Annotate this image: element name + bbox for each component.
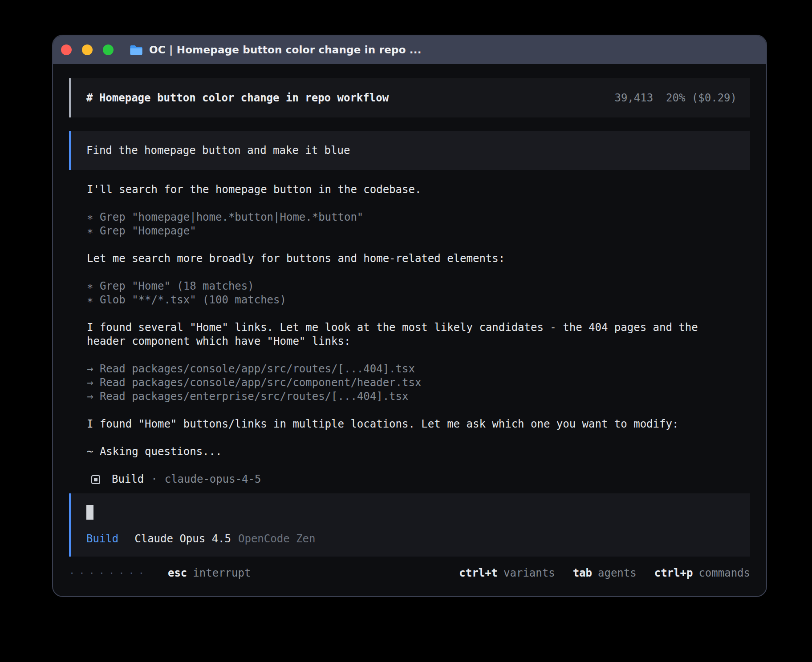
model-label: Claude Opus 4.5 <box>134 532 231 546</box>
conversation: I'll search for the homepage button in t… <box>69 183 750 486</box>
assistant-text: I'll search for the homepage button in t… <box>87 183 723 197</box>
hint-variants: ctrl+t variants <box>459 566 555 580</box>
model-status-line: Build Claude Opus 4.5 OpenCode Zen <box>86 532 735 546</box>
session-title: # Homepage button color change in repo w… <box>86 92 389 104</box>
assistant-paragraph: I found several "Home" links. Let me loo… <box>87 321 750 348</box>
assistant-paragraph: I'll search for the homepage button in t… <box>87 183 750 197</box>
tab-key-label: tab <box>573 566 592 580</box>
tool-call-grep: ∗ Grep "Home" (18 matches) <box>87 279 750 293</box>
tool-call-group: ∗ Grep "homepage|home.*button|Home.*butt… <box>87 210 750 238</box>
terminal-window: OC | Homepage button color change in rep… <box>52 35 767 597</box>
agent-name: Build <box>112 472 144 486</box>
agents-label: agents <box>598 566 637 580</box>
agent-model: claude-opus-4-5 <box>165 472 261 486</box>
commands-label: commands <box>698 566 750 580</box>
tool-call-grep: ∗ Grep "homepage|home.*button|Home.*butt… <box>87 210 750 224</box>
ctrl-p-key-label: ctrl+p <box>654 566 693 580</box>
status-paragraph: ~ Asking questions... <box>87 445 750 459</box>
status-bar-left: ········ esc interrupt <box>69 566 251 580</box>
ctrl-t-key-label: ctrl+t <box>459 566 498 580</box>
window-title: OC | Homepage button color change in rep… <box>149 44 422 56</box>
agent-build-icon <box>91 475 100 484</box>
status-bar: ········ esc interrupt ctrl+t variants t… <box>69 566 750 580</box>
window-controls <box>61 44 114 55</box>
user-message: Find the homepage button and make it blu… <box>69 131 750 170</box>
tool-call-read: → Read packages/console/app/src/componen… <box>87 376 750 390</box>
hint-interrupt: esc interrupt <box>168 566 251 580</box>
session-stats: 39,413 20% ($0.29) <box>614 92 737 104</box>
spinner-dots: ········ <box>69 566 148 580</box>
titlebar[interactable]: OC | Homepage button color change in rep… <box>53 36 766 64</box>
agent-separator: · <box>151 472 157 486</box>
zoom-button[interactable] <box>103 44 114 55</box>
user-message-text: Find the homepage button and make it blu… <box>86 144 350 157</box>
provider-label: OpenCode Zen <box>238 532 315 546</box>
tool-call-read: → Read packages/console/app/src/routes/[… <box>87 362 750 376</box>
minimize-button[interactable] <box>82 44 93 55</box>
assistant-paragraph: I found "Home" buttons/links in multiple… <box>87 417 750 431</box>
hint-agents: tab agents <box>573 566 637 580</box>
variants-label: variants <box>503 566 555 580</box>
esc-key-label: esc <box>168 566 187 580</box>
text-cursor <box>86 505 93 520</box>
tool-call-grep: ∗ Grep "Homepage" <box>87 224 750 238</box>
tool-call-glob: ∗ Glob "**/*.tsx" (100 matches) <box>87 293 750 307</box>
assistant-text: I found "Home" buttons/links in multiple… <box>87 417 723 431</box>
tool-call-group: → Read packages/console/app/src/routes/[… <box>87 362 750 404</box>
prompt-input[interactable]: Build Claude Opus 4.5 OpenCode Zen <box>69 493 750 557</box>
assistant-paragraph: Let me search more broadly for buttons a… <box>87 252 750 266</box>
tool-call-read: → Read packages/enterprise/src/routes/[.… <box>87 390 750 404</box>
status-bar-right: ctrl+t variants tab agents ctrl+p comman… <box>459 566 750 580</box>
agent-mode-label: Build <box>86 532 118 546</box>
assistant-text: Let me search more broadly for buttons a… <box>87 252 723 266</box>
tool-call-group: ∗ Grep "Home" (18 matches) ∗ Glob "**/*.… <box>87 279 750 307</box>
terminal-content: # Homepage button color change in repo w… <box>53 64 766 596</box>
hint-commands: ctrl+p commands <box>654 566 750 580</box>
session-header: # Homepage button color change in repo w… <box>69 78 750 117</box>
folder-icon <box>130 44 143 56</box>
asking-questions-status: ~ Asking questions... <box>87 445 723 459</box>
assistant-text: I found several "Home" links. Let me loo… <box>87 321 723 348</box>
agent-status-line: Build · claude-opus-4-5 <box>87 472 750 486</box>
interrupt-label: interrupt <box>193 566 251 580</box>
close-button[interactable] <box>61 44 72 55</box>
